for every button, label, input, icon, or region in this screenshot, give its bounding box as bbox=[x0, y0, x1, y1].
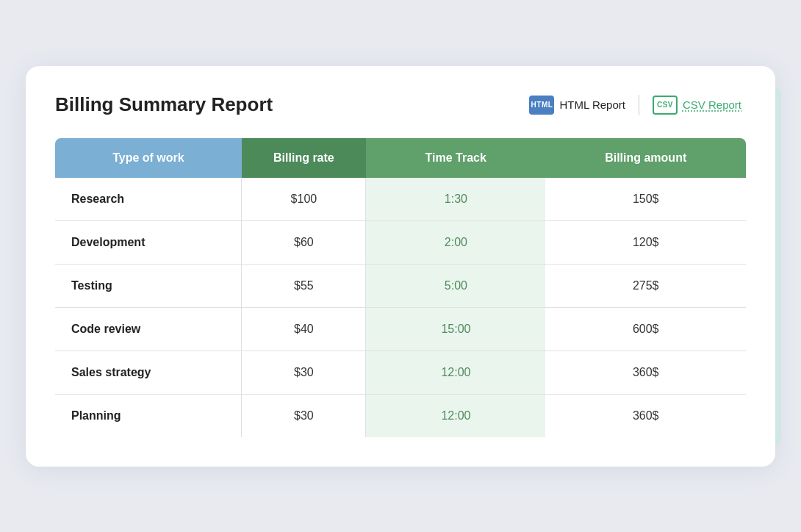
table-row: Code review$4015:00600$ bbox=[55, 307, 746, 351]
cell-type: Code review bbox=[55, 307, 242, 351]
button-divider bbox=[639, 95, 639, 115]
csv-report-label: CSV Report bbox=[683, 98, 741, 111]
cell-amount: 360$ bbox=[545, 394, 746, 437]
cell-type: Testing bbox=[55, 264, 242, 307]
cell-amount: 275$ bbox=[545, 264, 746, 307]
col-header-time: Time Track bbox=[366, 138, 545, 178]
cell-type: Sales strategy bbox=[55, 351, 242, 394]
cell-time: 1:30 bbox=[366, 178, 545, 221]
cell-rate: $100 bbox=[242, 178, 366, 221]
col-header-rate: Billing rate bbox=[242, 138, 366, 178]
col-header-amount: Billing amount bbox=[545, 138, 746, 178]
table-header-row: Type of work Billing rate Time Track Bil… bbox=[55, 138, 746, 178]
cell-amount: 600$ bbox=[545, 307, 746, 351]
cell-type: Planning bbox=[55, 394, 242, 437]
billing-summary-card: Billing Summary Report HTML HTML Report … bbox=[26, 66, 775, 467]
cell-rate: $55 bbox=[242, 264, 366, 307]
table-row: Research$1001:30150$ bbox=[55, 178, 746, 221]
csv-icon: CSV bbox=[653, 96, 678, 115]
html-icon: HTML bbox=[529, 96, 554, 115]
html-report-label: HTML Report bbox=[559, 98, 625, 111]
cell-amount: 150$ bbox=[545, 178, 746, 221]
col-header-type: Type of work bbox=[55, 138, 242, 178]
table-row: Development$602:00120$ bbox=[55, 220, 746, 264]
page-title: Billing Summary Report bbox=[55, 93, 273, 116]
cell-time: 12:00 bbox=[366, 351, 545, 394]
cell-type: Research bbox=[55, 178, 242, 221]
report-buttons: HTML HTML Report CSV CSV Report bbox=[525, 93, 746, 118]
billing-table: Type of work Billing rate Time Track Bil… bbox=[55, 138, 746, 437]
cell-rate: $30 bbox=[242, 394, 366, 437]
cell-time: 2:00 bbox=[366, 220, 545, 264]
cell-time: 15:00 bbox=[366, 307, 545, 351]
cell-time: 12:00 bbox=[366, 394, 545, 437]
cell-amount: 360$ bbox=[545, 351, 746, 394]
table-row: Planning$3012:00360$ bbox=[55, 394, 746, 437]
cell-amount: 120$ bbox=[545, 220, 746, 264]
cell-rate: $40 bbox=[242, 307, 366, 351]
cell-rate: $30 bbox=[242, 351, 366, 394]
table-row: Testing$555:00275$ bbox=[55, 264, 746, 307]
html-report-button[interactable]: HTML HTML Report bbox=[525, 93, 629, 118]
card-header: Billing Summary Report HTML HTML Report … bbox=[55, 93, 746, 118]
cell-time: 5:00 bbox=[366, 264, 545, 307]
table-row: Sales strategy$3012:00360$ bbox=[55, 351, 746, 394]
csv-report-button[interactable]: CSV CSV Report bbox=[648, 93, 746, 118]
cell-type: Development bbox=[55, 220, 242, 264]
cell-rate: $60 bbox=[242, 220, 366, 264]
